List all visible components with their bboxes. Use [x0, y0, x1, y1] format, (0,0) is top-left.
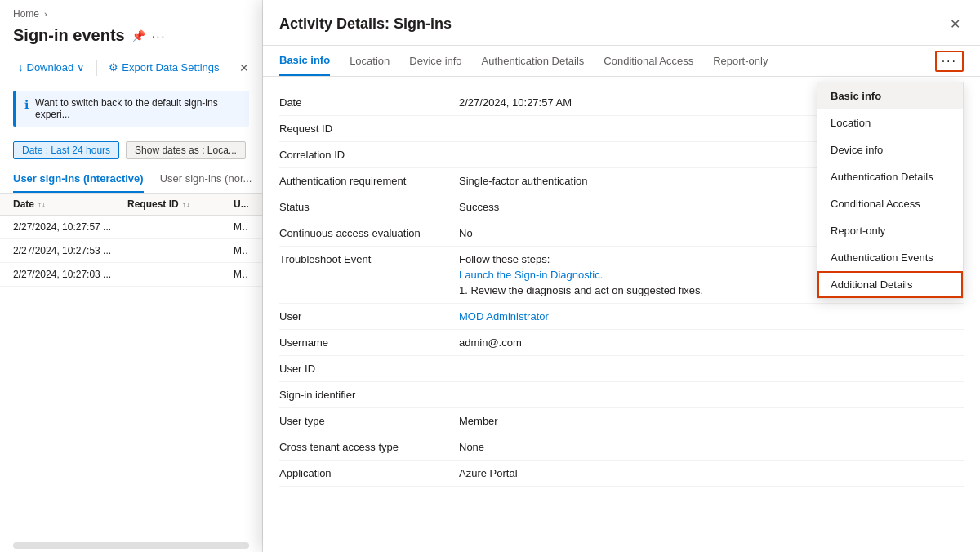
- row3-date: 2/27/2024, 10:27:03 ...: [13, 269, 127, 280]
- tab-user-signin-interactive[interactable]: User sign-ins (interactive): [13, 166, 144, 193]
- horizontal-scrollbar-area: [0, 539, 262, 552]
- th-request-id: Request ID ↑↓: [127, 198, 234, 210]
- field-signin-identifier: Sign-in identifier: [279, 382, 964, 408]
- row3-user: M...: [234, 269, 249, 280]
- dropdown-item-location[interactable]: Location: [817, 109, 963, 136]
- download-chevron-icon: ∨: [77, 61, 85, 73]
- more-options-icon[interactable]: ···: [152, 29, 167, 42]
- dropdown-item-auth-details[interactable]: Authentication Details: [817, 163, 963, 190]
- th-date-label: Date: [13, 198, 34, 210]
- dropdown-item-basic-info[interactable]: Basic info: [817, 82, 963, 109]
- field-application: Application Azure Portal: [279, 461, 964, 487]
- row3-reqid: [127, 269, 234, 280]
- field-label-signin-id: Sign-in identifier: [279, 389, 459, 401]
- field-label-date: Date: [279, 96, 459, 109]
- export-label: Export Data Settings: [122, 61, 219, 73]
- row1-user: M...: [234, 221, 249, 233]
- field-label-request-id: Request ID: [279, 122, 459, 135]
- modal-tab-device-info[interactable]: Device info: [409, 47, 461, 75]
- th-reqid-label: Request ID: [127, 198, 179, 210]
- row1-date: 2/27/2024, 10:27:57 ...: [13, 221, 127, 233]
- field-label-user-id: User ID: [279, 363, 459, 375]
- info-banner: ℹ Want to switch back to the default sig…: [13, 91, 249, 127]
- page-title-row: Sign-in events 📌 ···: [0, 23, 262, 53]
- breadcrumb-separator: ›: [44, 9, 47, 19]
- th-date: Date ↑↓: [13, 198, 127, 210]
- field-label-user: User: [279, 310, 459, 323]
- table-row[interactable]: 2/27/2024, 10:27:03 ... M...: [0, 263, 262, 287]
- show-dates-chip[interactable]: Show dates as : Loca...: [126, 141, 246, 159]
- dropdown-item-device-info[interactable]: Device info: [817, 136, 963, 163]
- tab-dropdown-menu: Basic info Location Device info Authenti…: [817, 82, 964, 299]
- filter-row: Date : Last 24 hours Show dates as : Loc…: [0, 135, 262, 166]
- tab-user-signin-noninteractive[interactable]: User sign-ins (nor...: [160, 166, 252, 193]
- modal-tab-more-button[interactable]: ···: [935, 51, 964, 72]
- field-label-status: Status: [279, 201, 459, 213]
- modal-tab-authentication-details[interactable]: Authentication Details: [482, 47, 585, 75]
- field-label-auth-req: Authentication requirement: [279, 175, 459, 187]
- field-label-application: Application: [279, 467, 459, 479]
- field-label-user-type: User type: [279, 415, 459, 427]
- field-cross-tenant: Cross tenant access type None: [279, 434, 964, 461]
- activity-details-modal: Activity Details: Sign-ins ✕ Basic info …: [263, 0, 980, 552]
- modal-title: Activity Details: Sign-ins: [279, 16, 452, 33]
- modal-tabs: Basic info Location Device info Authenti…: [263, 46, 980, 77]
- modal-header: Activity Details: Sign-ins ✕: [263, 0, 980, 46]
- app-container: Home › Sign-in events 📌 ··· ↓ Download ∨…: [0, 0, 980, 552]
- toolbar-close-icon[interactable]: ✕: [239, 61, 249, 74]
- field-user-id: User ID: [279, 356, 964, 382]
- th-user: U...: [234, 198, 249, 210]
- dropdown-item-additional-details[interactable]: Additional Details: [817, 271, 963, 298]
- modal-tab-report-only[interactable]: Report-only: [713, 47, 768, 75]
- field-value-user-type: Member: [459, 415, 964, 427]
- field-label-troubleshoot: Troubleshoot Event: [279, 253, 459, 265]
- table-row[interactable]: 2/27/2024, 10:27:53 ... M...: [0, 239, 262, 263]
- pin-icon[interactable]: 📌: [131, 29, 145, 42]
- export-data-settings-button[interactable]: ⚙ Export Data Settings: [104, 58, 224, 77]
- table-row[interactable]: 2/27/2024, 10:27:57 ... M...: [0, 216, 262, 239]
- table-header: Date ↑↓ Request ID ↑↓ U...: [0, 194, 262, 216]
- row1-reqid: [127, 221, 234, 233]
- toolbar-separator: [96, 60, 97, 76]
- gear-icon: ⚙: [109, 61, 118, 73]
- row2-user: M...: [234, 245, 249, 256]
- info-banner-text: Want to switch back to the default sign-…: [35, 97, 241, 120]
- field-user: User MOD Administrator: [279, 304, 964, 330]
- row2-date: 2/27/2024, 10:27:53 ...: [13, 245, 127, 256]
- date-filter-chip[interactable]: Date : Last 24 hours: [13, 141, 119, 159]
- dropdown-item-conditional-access[interactable]: Conditional Access: [817, 190, 963, 217]
- field-value-application: Azure Portal: [459, 467, 964, 479]
- field-label-correlation-id: Correlation ID: [279, 149, 459, 161]
- modal-close-button[interactable]: ✕: [947, 13, 964, 35]
- horizontal-scrollbar[interactable]: [13, 542, 249, 549]
- modal-tab-location[interactable]: Location: [350, 47, 390, 75]
- modal-tab-basic-info[interactable]: Basic info: [279, 46, 330, 76]
- dropdown-item-report-only[interactable]: Report-only: [817, 217, 963, 244]
- download-icon: ↓: [18, 61, 24, 73]
- sort-icon-reqid[interactable]: ↑↓: [182, 200, 190, 209]
- field-value-user[interactable]: MOD Administrator: [459, 310, 964, 323]
- page-title: Sign-in events: [13, 26, 125, 45]
- toolbar: ↓ Download ∨ ⚙ Export Data Settings ✕: [0, 53, 262, 82]
- sort-icon-date[interactable]: ↑↓: [38, 200, 46, 209]
- field-user-type: User type Member: [279, 408, 964, 434]
- field-value-username: admin@.com: [459, 336, 964, 349]
- field-label-username: Username: [279, 336, 459, 349]
- field-username: Username admin@.com: [279, 330, 964, 356]
- left-panel: Home › Sign-in events 📌 ··· ↓ Download ∨…: [0, 0, 263, 552]
- field-label-continuous-access: Continuous access evaluation: [279, 227, 459, 239]
- breadcrumb: Home ›: [0, 0, 262, 23]
- field-value-cross-tenant: None: [459, 441, 964, 453]
- download-button[interactable]: ↓ Download ∨: [13, 58, 90, 77]
- th-user-label: U...: [234, 198, 249, 210]
- row2-reqid: [127, 245, 234, 256]
- field-label-cross-tenant: Cross tenant access type: [279, 441, 459, 453]
- table-body: 2/27/2024, 10:27:57 ... M... 2/27/2024, …: [0, 216, 262, 539]
- info-icon: ℹ: [24, 98, 29, 111]
- breadcrumb-home[interactable]: Home: [13, 8, 39, 20]
- dropdown-item-auth-events[interactable]: Authentication Events: [817, 244, 963, 271]
- download-label: Download: [27, 61, 74, 73]
- left-panel-tabs: User sign-ins (interactive) User sign-in…: [0, 166, 262, 194]
- modal-tab-conditional-access[interactable]: Conditional Access: [604, 47, 693, 75]
